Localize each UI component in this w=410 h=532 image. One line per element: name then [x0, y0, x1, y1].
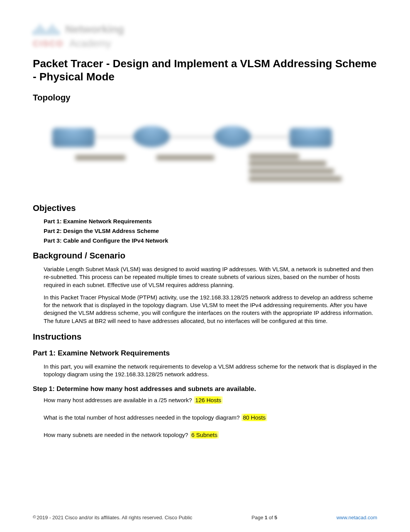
blurred-label	[156, 155, 214, 160]
objective-part-3: Part 3: Cable and Configure the IPv4 Net…	[44, 237, 377, 244]
blurred-label	[249, 154, 299, 159]
section-topology: Topology	[33, 93, 377, 103]
blurred-label	[249, 176, 342, 182]
page-sep: of	[268, 515, 274, 520]
background-paragraph-2: In this Packet Tracer Physical Mode (PTP…	[33, 294, 377, 325]
background-paragraph-1: Variable Length Subnet Mask (VLSM) was d…	[33, 265, 377, 289]
part-1-heading: Part 1: Examine Network Requirements	[33, 349, 377, 357]
page-number: Page 1 of 5	[252, 515, 278, 520]
logo-brand: CISCO	[33, 39, 64, 49]
blurred-label	[249, 168, 334, 174]
answer-3: 6 Subnets	[190, 431, 219, 439]
topology-diagram	[33, 112, 377, 190]
blurred-label	[75, 155, 125, 160]
objectives-list: Part 1: Examine Network Requirements Par…	[33, 218, 377, 244]
question-2-text: What is the total number of host address…	[44, 414, 240, 421]
device-icon	[52, 128, 95, 147]
page-total: 5	[274, 515, 277, 520]
copyright: © 2019 - 2021 Cisco and/or its affiliate…	[33, 515, 192, 520]
section-background: Background / Scenario	[33, 251, 377, 261]
device-icon	[290, 128, 332, 147]
router-icon	[214, 126, 251, 147]
question-1: How many host addresses are available in…	[33, 397, 377, 403]
logo-area: Networking CISCO Academy	[33, 23, 377, 49]
logo-row-2: CISCO Academy	[33, 37, 377, 49]
logo-text-academy: Academy	[69, 37, 111, 49]
question-3-text: How many subnets are needed in the netwo…	[44, 432, 188, 438]
footer-link[interactable]: www.netacad.com	[336, 515, 377, 520]
logo-text-networking: Networking	[65, 23, 124, 36]
logo-row-1: Networking	[33, 23, 377, 36]
copyright-icon: ©	[33, 515, 36, 519]
question-1-text: How many host addresses are available in…	[44, 397, 192, 403]
part-1-intro: In this part, you will examine the netwo…	[33, 363, 377, 379]
section-objectives: Objectives	[33, 203, 377, 213]
objective-part-2: Part 2: Design the VLSM Address Scheme	[44, 228, 377, 234]
blurred-label	[249, 161, 326, 166]
page-title: Packet Tracer - Design and Implement a V…	[33, 57, 377, 83]
question-2: What is the total number of host address…	[33, 414, 377, 421]
copyright-text: 2019 - 2021 Cisco and/or its affiliates.…	[37, 515, 192, 520]
step-1-heading: Step 1: Determine how many host addresse…	[33, 385, 377, 393]
footer: © 2019 - 2021 Cisco and/or its affiliate…	[33, 515, 377, 520]
cisco-logo-icon	[33, 24, 59, 35]
section-instructions: Instructions	[33, 332, 377, 342]
answer-2: 80 Hosts	[241, 414, 267, 421]
page-current: 1	[265, 515, 268, 520]
question-3: How many subnets are needed in the netwo…	[33, 432, 377, 438]
objective-part-1: Part 1: Examine Network Requirements	[44, 218, 377, 224]
page-prefix: Page	[252, 515, 265, 520]
router-icon	[133, 126, 170, 147]
answer-1: 126 Hosts	[194, 396, 223, 404]
